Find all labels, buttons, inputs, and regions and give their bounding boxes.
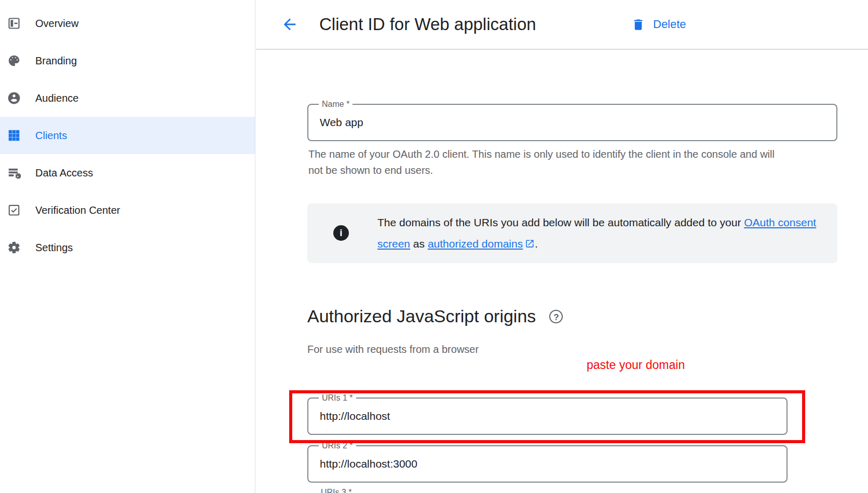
authorized-domains-link[interactable]: authorized domains: [428, 238, 535, 250]
sidebar-item-label: Overview: [35, 18, 78, 30]
main-panel: Client ID for Web application Delete Nam…: [256, 0, 868, 493]
info-icon: i: [333, 225, 349, 241]
info-text-mid: as: [410, 238, 428, 250]
uri-2-label: URIs 2 *: [319, 441, 356, 450]
sidebar: Overview Branding Audience: [0, 0, 255, 493]
sidebar-item-label: Branding: [35, 55, 77, 67]
uri-1-input[interactable]: [308, 399, 774, 434]
sidebar-item-branding[interactable]: Branding: [0, 42, 255, 79]
arrow-back-icon: [281, 16, 299, 33]
origins-subtitle: For use with requests from a browser: [307, 344, 479, 355]
page-header: Client ID for Web application Delete: [256, 0, 868, 50]
name-helper-text: The name of your OAuth 2.0 client. This …: [308, 146, 781, 179]
info-text-after: .: [535, 238, 538, 250]
back-button[interactable]: [280, 15, 299, 34]
clients-icon: [7, 129, 21, 142]
branding-icon: [7, 54, 21, 67]
origins-section-header: Authorized JavaScript origins ?: [307, 306, 563, 326]
sidebar-item-label: Data Access: [35, 167, 93, 179]
delete-button[interactable]: Delete: [631, 0, 686, 49]
name-field-label: Name *: [319, 100, 352, 109]
name-input[interactable]: [308, 105, 821, 140]
external-link-icon: [525, 234, 535, 255]
uri-2-field: URIs 2 *: [307, 445, 788, 483]
verification-center-icon: [7, 203, 21, 217]
uri-3-label: URIs 3 *: [321, 488, 352, 493]
info-text-before: The domains of the URIs you add below wi…: [377, 216, 744, 228]
overview-icon: [7, 17, 21, 30]
sidebar-item-label: Clients: [35, 130, 67, 142]
sidebar-item-audience[interactable]: Audience: [0, 79, 255, 117]
annotation-text: paste your domain: [587, 358, 685, 372]
sidebar-nav: Overview Branding Audience: [0, 5, 255, 266]
info-note: i The domains of the URIs you add below …: [307, 203, 837, 263]
uri-1-label: URIs 1 *: [319, 393, 356, 403]
sidebar-item-settings[interactable]: Settings: [0, 229, 255, 266]
sidebar-item-overview[interactable]: Overview: [0, 5, 255, 42]
audience-icon: [7, 91, 21, 105]
help-icon[interactable]: ?: [549, 310, 563, 323]
name-field: Name *: [307, 104, 837, 141]
info-note-text: The domains of the URIs you add below wi…: [377, 212, 819, 255]
sidebar-item-label: Audience: [35, 92, 78, 104]
trash-icon: [631, 18, 645, 32]
delete-button-label: Delete: [653, 18, 686, 31]
page-title: Client ID for Web application: [319, 15, 536, 34]
uri-2-input[interactable]: [308, 446, 774, 482]
settings-icon: [7, 241, 21, 254]
sidebar-item-data-access[interactable]: Data Access: [0, 154, 255, 191]
sidebar-item-clients[interactable]: Clients: [0, 117, 255, 154]
sidebar-item-label: Settings: [35, 242, 73, 254]
origins-heading: Authorized JavaScript origins: [307, 306, 536, 326]
uri-1-field: URIs 1 *: [307, 398, 788, 435]
sidebar-item-verification-center[interactable]: Verification Center: [0, 191, 255, 229]
data-access-icon: [7, 166, 21, 180]
sidebar-item-label: Verification Center: [35, 204, 120, 216]
